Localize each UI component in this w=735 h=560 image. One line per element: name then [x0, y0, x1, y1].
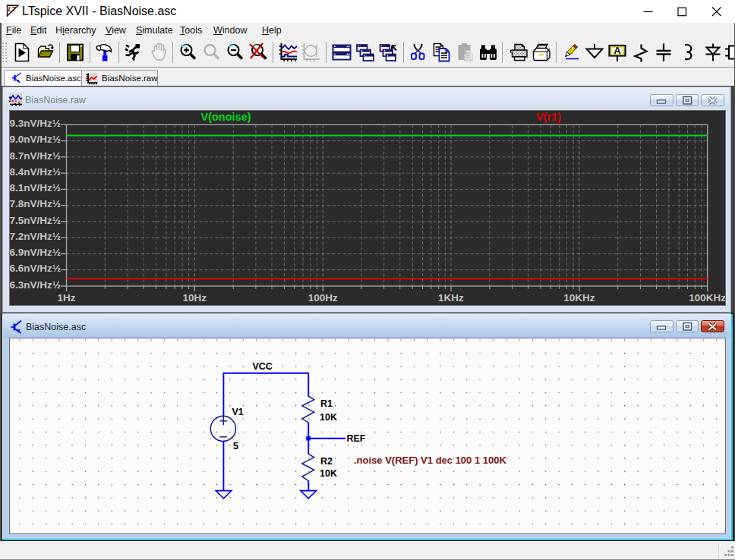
- svg-text:9.3nV/Hz½: 9.3nV/Hz½: [9, 118, 61, 129]
- svg-text:.noise V(REF) V1 dec 100 1 100: .noise V(REF) V1 dec 100 1 100K: [354, 455, 506, 466]
- svg-text:6.9nV/Hz½: 6.9nV/Hz½: [9, 247, 61, 258]
- svg-text:1Hz: 1Hz: [57, 292, 75, 304]
- svg-text:A: A: [614, 46, 620, 56]
- svg-text:8.4nV/Hz½: 8.4nV/Hz½: [9, 166, 61, 178]
- svg-text:100KHz: 100KHz: [689, 292, 725, 304]
- svg-text:8.1nV/Hz½: 8.1nV/Hz½: [9, 182, 61, 193]
- svg-text:100Hz: 100Hz: [308, 292, 338, 304]
- svg-text:7.5nV/Hz½: 7.5nV/Hz½: [9, 215, 61, 226]
- svg-text:7.2nV/Hz½: 7.2nV/Hz½: [9, 231, 61, 242]
- svg-text:8.7nV/Hz½: 8.7nV/Hz½: [9, 150, 61, 162]
- svg-text:V(onoise): V(onoise): [200, 111, 251, 123]
- svg-text:10K: 10K: [320, 411, 337, 422]
- svg-text:1KHz: 1KHz: [438, 292, 464, 304]
- svg-text:10Hz: 10Hz: [183, 292, 207, 304]
- svg-text:6.3nV/Hz½: 6.3nV/Hz½: [9, 279, 61, 291]
- svg-text:LT: LT: [8, 5, 17, 13]
- svg-text:5: 5: [233, 440, 238, 451]
- svg-text:REF: REF: [347, 433, 366, 444]
- svg-text:V1: V1: [232, 407, 244, 417]
- svg-text:VCC: VCC: [253, 361, 273, 372]
- svg-text:10KHz: 10KHz: [563, 292, 595, 304]
- svg-text:R1: R1: [320, 398, 333, 409]
- svg-text:9.0nV/Hz½: 9.0nV/Hz½: [9, 134, 61, 145]
- svg-text:6.6nV/Hz½: 6.6nV/Hz½: [9, 263, 61, 274]
- svg-text:10K: 10K: [320, 467, 337, 478]
- svg-text:V(r1): V(r1): [536, 111, 561, 123]
- svg-text:7.8nV/Hz½: 7.8nV/Hz½: [9, 198, 61, 209]
- svg-text:R2: R2: [320, 455, 333, 466]
